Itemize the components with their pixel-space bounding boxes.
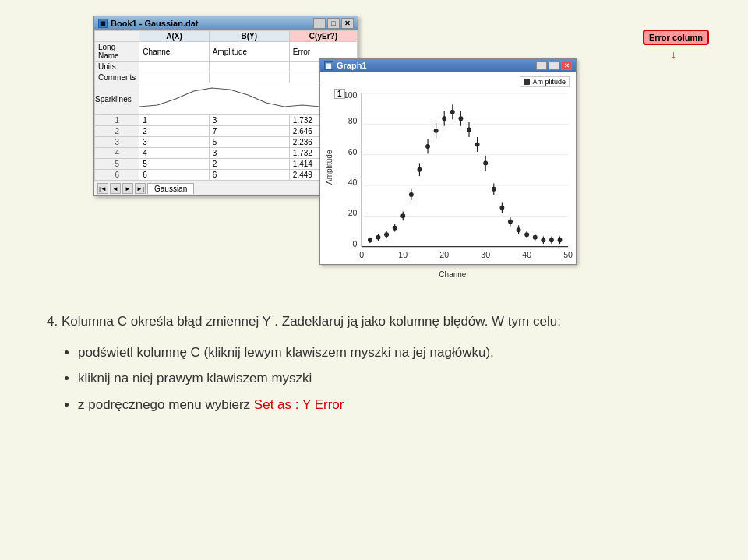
comments-label: Comments — [95, 72, 139, 83]
long-name-channel: Channel — [139, 42, 209, 62]
graph-svg-area: 1 0 20 40 60 80 100 — [334, 89, 573, 270]
row-num-5: 5 — [95, 159, 139, 170]
cell-a5: 5 — [139, 159, 209, 170]
graph-plot-area: Am plitude 1 0 20 40 — [334, 75, 573, 259]
cell-b2: 7 — [209, 126, 289, 137]
cell-a1: 1 — [139, 115, 209, 126]
col-b-header[interactable]: B(Y) — [209, 31, 289, 42]
table-row: 6 6 6 2.449 — [95, 170, 358, 181]
table-row: 2 2 7 2.646 — [95, 126, 358, 137]
graph-icon: ▦ — [324, 61, 333, 70]
step-text: Kolumna C określa błąd zmiennej Y . Zade… — [62, 314, 561, 329]
svg-text:40: 40 — [522, 250, 531, 259]
spreadsheet-table: A(X) B(Y) C(yEr?) Long Name Channel Ampl… — [94, 30, 358, 181]
comments-row: Comments — [95, 72, 358, 83]
units-row: Units — [95, 62, 358, 72]
list-item: podświetl kolumnę C (kliknij lewym klawi… — [78, 343, 701, 363]
col-a-header[interactable]: A(X) — [139, 31, 209, 42]
long-name-label: Long Name — [95, 42, 139, 62]
svg-text:0: 0 — [353, 239, 358, 248]
sheet-tab-bar: |◄ ◄ ► ►| Gaussian — [94, 181, 358, 195]
cell-b3: 5 — [209, 137, 289, 148]
table-row: 1 1 3 1.732 — [95, 115, 358, 126]
col-c-header[interactable]: C(yEr?) — [289, 31, 357, 42]
cell-b4: 3 — [209, 148, 289, 159]
graph-window: ▦ Graph1 _ □ ✕ Amplitude Am plitude — [319, 58, 577, 265]
bullet-text-3-prefix: z podręcznego menu wybierz — [78, 397, 254, 412]
minimize-button[interactable]: _ — [313, 18, 326, 29]
x-axis-label: Channel — [334, 270, 573, 280]
text-content: 4. Kolumna C określa błąd zmiennej Y . Z… — [31, 312, 717, 421]
cell-a4: 4 — [139, 148, 209, 159]
bullet-list: podświetl kolumnę C (kliknij lewym klawi… — [47, 343, 701, 415]
step-number: 4. — [47, 314, 58, 329]
comments-b — [209, 72, 289, 83]
svg-text:60: 60 — [348, 147, 358, 157]
svg-text:80: 80 — [348, 116, 358, 125]
graph-number-badge: 1 — [334, 89, 345, 99]
graph-titlebar: ▦ Graph1 _ □ ✕ — [320, 59, 576, 72]
tab-nav-first[interactable]: |◄ — [97, 183, 108, 194]
table-row: 3 3 5 2.236 — [95, 137, 358, 148]
graph-minimize-button[interactable]: _ — [536, 61, 547, 70]
legend-dot — [524, 79, 530, 85]
sparklines-label: Sparklines — [95, 83, 139, 115]
units-a — [139, 62, 209, 72]
spreadsheet-window: ▦ Book1 - Gaussian.dat _ □ ✕ A(X) B(Y) C… — [94, 16, 358, 196]
list-item: kliknij na niej prawym klawiszem myszki — [78, 368, 701, 389]
list-item: z podręcznego menu wybierz Set as : Y Er… — [78, 395, 701, 415]
units-label: Units — [95, 62, 139, 72]
cell-b5: 2 — [209, 159, 289, 170]
cell-a2: 2 — [139, 126, 209, 137]
step-line: 4. Kolumna C określa błąd zmiennej Y . Z… — [47, 312, 701, 332]
bullet-text-2: kliknij na niej prawym klawiszem myszki — [78, 371, 312, 386]
tab-nav-next[interactable]: ► — [122, 183, 133, 194]
long-name-amplitude: Amplitude — [209, 42, 289, 62]
bullet-text-1: podświetl kolumnę C (kliknij lewym klawi… — [78, 345, 494, 360]
highlight-set-as-y-error: Set as : Y Error — [254, 397, 344, 412]
maximize-button[interactable]: □ — [327, 18, 340, 29]
corner-cell — [95, 31, 139, 42]
error-column-badge: Error column — [643, 30, 709, 45]
comments-a — [139, 72, 209, 83]
svg-text:20: 20 — [439, 250, 449, 259]
cell-b1: 3 — [209, 115, 289, 126]
svg-text:50: 50 — [563, 250, 573, 259]
spreadsheet-controls[interactable]: _ □ ✕ — [313, 18, 354, 29]
error-arrow: ↓ — [671, 48, 676, 61]
spreadsheet-icon: ▦ — [98, 19, 108, 28]
sparklines-row: Sparklines — [95, 83, 358, 115]
close-button[interactable]: ✕ — [341, 18, 354, 29]
graph-controls[interactable]: _ □ ✕ — [536, 61, 572, 70]
tab-nav-prev[interactable]: ◄ — [110, 183, 121, 194]
svg-text:30: 30 — [481, 250, 490, 259]
units-b — [209, 62, 289, 72]
row-num-4: 4 — [95, 148, 139, 159]
svg-text:40: 40 — [348, 178, 358, 187]
table-row: 5 5 2 1.414 — [95, 159, 358, 170]
spreadsheet-titlebar: ▦ Book1 - Gaussian.dat _ □ ✕ — [94, 16, 358, 30]
legend-label: Am plitude — [532, 78, 566, 86]
y-axis-label: Amplitude — [323, 75, 334, 259]
sheet-tab-gaussian[interactable]: Gaussian — [147, 183, 194, 194]
svg-text:10: 10 — [398, 250, 408, 259]
graph-title: Graph1 — [337, 61, 367, 70]
row-num-1: 1 — [95, 115, 139, 126]
row-num-6: 6 — [95, 170, 139, 181]
tab-nav-last[interactable]: ►| — [135, 183, 146, 194]
svg-text:0: 0 — [359, 250, 364, 259]
spreadsheet-title: Book1 - Gaussian.dat — [111, 19, 198, 28]
row-num-3: 3 — [95, 137, 139, 148]
cell-a3: 3 — [139, 137, 209, 148]
table-row: 4 4 3 1.732 — [95, 148, 358, 159]
row-num-2: 2 — [95, 126, 139, 137]
cell-b6: 6 — [209, 170, 289, 181]
long-name-row: Long Name Channel Amplitude Error — [95, 42, 358, 62]
svg-text:20: 20 — [348, 208, 358, 217]
legend-item-amplitude: Am plitude — [520, 76, 570, 87]
graph-close-button[interactable]: ✕ — [561, 61, 572, 70]
graph-content: Amplitude Am plitude 1 — [320, 72, 576, 262]
graph-maximize-button[interactable]: □ — [549, 61, 559, 70]
svg-text:100: 100 — [344, 90, 358, 100]
cell-a6: 6 — [139, 170, 209, 181]
